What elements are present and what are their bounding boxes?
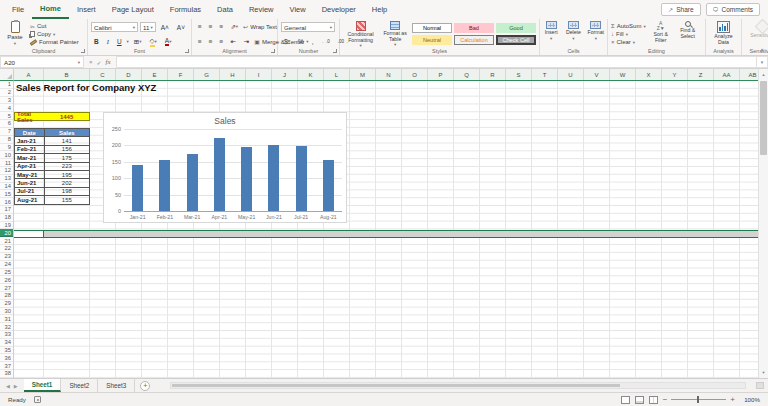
sheet-nav-left-icon[interactable]: ◀: [6, 383, 10, 389]
align-left-button[interactable]: ≡: [195, 37, 204, 46]
horizontal-scrollbar[interactable]: [170, 382, 746, 389]
row-header-33[interactable]: 33: [0, 331, 13, 339]
align-middle-button[interactable]: ≡: [206, 22, 215, 31]
table-row[interactable]: May-21195: [15, 171, 90, 179]
font-dialog-launcher[interactable]: [185, 49, 189, 53]
underline-button[interactable]: U: [114, 37, 125, 46]
sheet-tab-sheet3[interactable]: Sheet3: [98, 379, 135, 392]
autosum-button[interactable]: ΣAutoSum▾: [611, 22, 646, 30]
conditional-formatting-button[interactable]: Conditional Formatting▾: [343, 21, 378, 49]
sales-chart[interactable]: Sales 050100150200250Jan-21Feb-21Mar-21A…: [103, 112, 347, 223]
column-header-P[interactable]: P: [428, 69, 454, 80]
vertical-scrollbar[interactable]: ▲ ▼: [758, 69, 768, 378]
active-cell-a20[interactable]: [14, 231, 44, 238]
fill-button[interactable]: ↓Fill▾: [611, 30, 646, 38]
column-header-C[interactable]: C: [90, 69, 116, 80]
chart-bar-feb-21[interactable]: [159, 160, 170, 211]
column-header-D[interactable]: D: [116, 69, 142, 80]
row-header-17[interactable]: 17: [0, 206, 13, 214]
ribbon-tab-help[interactable]: Help: [364, 0, 395, 19]
row-header-7[interactable]: 7: [0, 128, 13, 136]
row-header-34[interactable]: 34: [0, 339, 13, 347]
name-box-dropdown-icon[interactable]: ▾: [78, 60, 80, 65]
column-header-S[interactable]: S: [506, 69, 532, 80]
expand-formula-bar-icon[interactable]: ▾: [756, 56, 768, 68]
scroll-down-icon[interactable]: ▼: [759, 367, 768, 378]
accounting-format-button[interactable]: $▾: [281, 37, 293, 46]
column-header-V[interactable]: V: [584, 69, 610, 80]
row-header-14[interactable]: 14: [0, 183, 13, 191]
column-header-Z[interactable]: Z: [688, 69, 714, 80]
percent-style-button[interactable]: %: [295, 37, 307, 46]
page-layout-view-icon[interactable]: [635, 396, 644, 404]
borders-button[interactable]: ⊞▾: [131, 37, 145, 46]
select-all-corner[interactable]: [0, 69, 14, 81]
column-header-T[interactable]: T: [532, 69, 558, 80]
column-header-U[interactable]: U: [558, 69, 584, 80]
column-header-B[interactable]: B: [44, 69, 90, 80]
column-header-M[interactable]: M: [350, 69, 376, 80]
wrap-text-button[interactable]: ↩Wrap Text: [243, 23, 277, 31]
zoom-slider[interactable]: [671, 399, 726, 400]
column-header-G[interactable]: G: [194, 69, 220, 80]
row-header-38[interactable]: 38: [0, 370, 13, 378]
fill-color-button[interactable]: ◇▾: [147, 37, 160, 46]
new-sheet-button[interactable]: +: [140, 381, 150, 391]
row-header-35[interactable]: 35: [0, 347, 13, 355]
chart-bar-apr-21[interactable]: [214, 138, 225, 211]
zoom-in-icon[interactable]: +: [730, 396, 735, 404]
cells-delete-button[interactable]: Delete▾: [565, 21, 581, 47]
ribbon-tab-file[interactable]: File: [4, 0, 32, 19]
font-size-select[interactable]: 11▾: [140, 22, 156, 32]
column-header-F[interactable]: F: [168, 69, 194, 80]
confirm-entry-icon[interactable]: ✓: [97, 59, 102, 66]
ribbon-tab-review[interactable]: Review: [241, 0, 282, 19]
row-header-27[interactable]: 27: [0, 284, 13, 292]
row-header-20[interactable]: 20: [0, 229, 13, 237]
column-header-Q[interactable]: Q: [454, 69, 480, 80]
row-header-18[interactable]: 18: [0, 214, 13, 222]
paste-dropdown-icon[interactable]: ▾: [14, 41, 16, 46]
row-header-28[interactable]: 28: [0, 292, 13, 300]
insert-function-icon[interactable]: fx: [106, 58, 111, 66]
format-painter-button[interactable]: Format Painter: [30, 38, 79, 46]
table-row[interactable]: Apr-21223: [15, 163, 90, 171]
row-header-31[interactable]: 31: [0, 315, 13, 323]
font-name-select[interactable]: Calibri▾: [91, 22, 138, 32]
comments-button[interactable]: 🗨Comments: [706, 3, 760, 16]
column-header-K[interactable]: K: [298, 69, 324, 80]
chart-bar-aug-21[interactable]: [323, 160, 334, 211]
comma-style-button[interactable]: ,: [309, 37, 317, 46]
row-header-23[interactable]: 23: [0, 253, 13, 261]
formula-input[interactable]: [116, 56, 756, 68]
table-row[interactable]: Jan-21141: [15, 137, 90, 145]
column-header-X[interactable]: X: [636, 69, 662, 80]
cell-style-bad[interactable]: Bad: [454, 23, 494, 33]
column-header-H[interactable]: H: [220, 69, 246, 80]
ribbon-tab-insert[interactable]: Insert: [69, 0, 104, 19]
table-row[interactable]: Feb-21156: [15, 146, 90, 154]
column-header-A[interactable]: A: [14, 69, 44, 80]
horizontal-scroll-thumb[interactable]: [172, 384, 619, 387]
column-header-R[interactable]: R: [480, 69, 506, 80]
ribbon-tab-home[interactable]: Home: [32, 0, 69, 19]
paste-button[interactable]: Paste ▾: [3, 21, 27, 47]
grow-font-button[interactable]: A˄: [158, 23, 172, 32]
chart-bar-jul-21[interactable]: [296, 146, 307, 211]
shrink-font-button[interactable]: A˅: [174, 23, 188, 32]
zoom-slider-thumb[interactable]: [697, 396, 699, 403]
share-button[interactable]: ↗Share: [661, 3, 700, 16]
font-color-button[interactable]: A▾: [162, 37, 175, 46]
row-header-10[interactable]: 10: [0, 151, 13, 159]
sheet-nav-right-icon[interactable]: ▶: [14, 383, 18, 389]
row-header-16[interactable]: 16: [0, 198, 13, 206]
sheet-grid[interactable]: Sales Report for Company XYZ Total Sales…: [14, 81, 758, 378]
decrease-indent-button[interactable]: ⇤: [227, 37, 238, 46]
italic-button[interactable]: I: [104, 37, 112, 46]
align-center-button[interactable]: ≡: [206, 37, 215, 46]
cell-style-calculation[interactable]: Calculation: [454, 35, 494, 45]
column-header-E[interactable]: E: [142, 69, 168, 80]
cell-style-normal[interactable]: Normal: [412, 23, 452, 33]
total-sales-row[interactable]: Total Sales 1445: [14, 112, 90, 121]
row-header-25[interactable]: 25: [0, 269, 13, 277]
